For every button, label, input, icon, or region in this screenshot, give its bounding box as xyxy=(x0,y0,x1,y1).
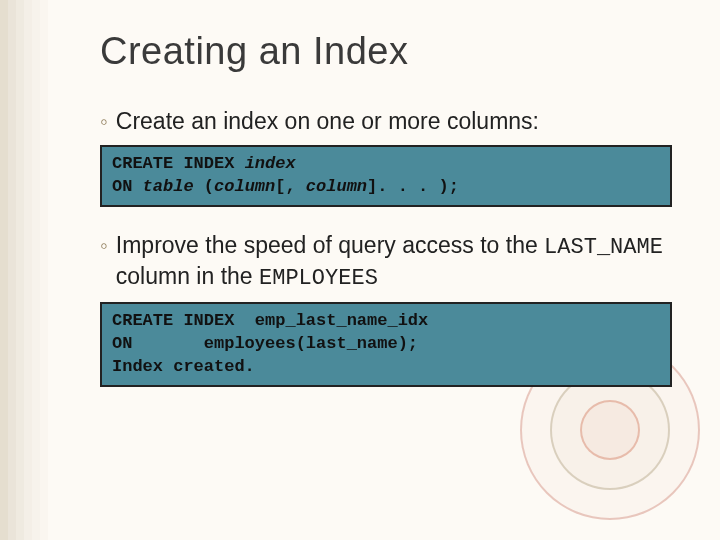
code-text-italic: column xyxy=(306,177,367,196)
bullet-text: Improve the speed of query access to the… xyxy=(116,231,672,294)
code-text: CREATE INDEX emp_last_name_idx xyxy=(112,311,428,330)
bullet-text: Create an index on one or more columns: xyxy=(116,107,539,137)
code-text-italic: index xyxy=(245,154,296,173)
slide-content: Creating an Index ◦ Create an index on o… xyxy=(0,0,720,441)
code-text: CREATE INDEX xyxy=(112,154,245,173)
bullet-marker: ◦ xyxy=(100,233,108,259)
code-block-syntax: CREATE INDEX index ON table (column[, co… xyxy=(100,145,672,207)
code-text: ]. . . ); xyxy=(367,177,459,196)
code-block-example: CREATE INDEX emp_last_name_idx ON employ… xyxy=(100,302,672,387)
code-text: ON employees(last_name); xyxy=(112,334,418,353)
bullet-item: ◦ Create an index on one or more columns… xyxy=(100,107,672,137)
code-text-italic: column xyxy=(214,177,275,196)
bullet-mono: LAST_NAME xyxy=(544,235,663,260)
bullet-item: ◦ Improve the speed of query access to t… xyxy=(100,231,672,294)
code-text: ( xyxy=(194,177,214,196)
code-text-italic: table xyxy=(143,177,194,196)
code-text: ON xyxy=(112,177,143,196)
slide-title: Creating an Index xyxy=(100,30,672,73)
bullet-text-part: column in the xyxy=(116,263,259,289)
bullet-text-part: Improve the speed of query access to the xyxy=(116,232,544,258)
code-text: [, xyxy=(275,177,306,196)
bullet-marker: ◦ xyxy=(100,109,108,135)
code-text: Index created. xyxy=(112,357,255,376)
bullet-mono: EMPLOYEES xyxy=(259,266,378,291)
